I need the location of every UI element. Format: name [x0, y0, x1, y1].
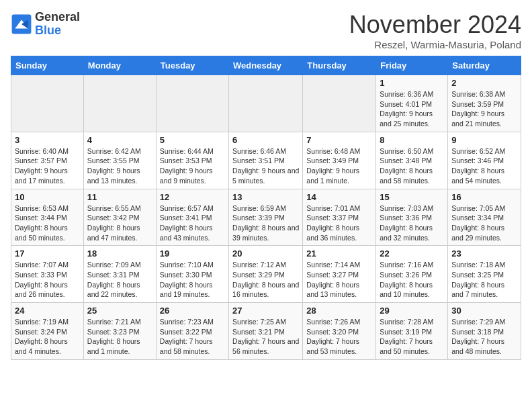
- calendar: SundayMondayTuesdayWednesdayThursdayFrid…: [11, 56, 521, 360]
- calendar-cell: 30Sunrise: 7:29 AMSunset: 3:18 PMDayligh…: [448, 303, 521, 360]
- calendar-cell: 29Sunrise: 7:28 AMSunset: 3:19 PMDayligh…: [376, 303, 448, 360]
- calendar-cell: 15Sunrise: 7:03 AMSunset: 3:36 PMDayligh…: [376, 189, 448, 246]
- logo-icon: [11, 13, 32, 35]
- calendar-cell: 9Sunrise: 6:52 AMSunset: 3:46 PMDaylight…: [448, 132, 521, 189]
- day-number: 19: [160, 248, 225, 259]
- day-info: Sunrise: 7:07 AMSunset: 3:33 PMDaylight:…: [15, 260, 80, 300]
- day-number: 13: [232, 192, 299, 202]
- calendar-cell: [11, 75, 84, 132]
- calendar-cell: 7Sunrise: 6:48 AMSunset: 3:49 PMDaylight…: [303, 132, 376, 189]
- day-info: Sunrise: 6:52 AMSunset: 3:46 PMDaylight:…: [451, 146, 517, 186]
- day-number: 18: [87, 248, 152, 259]
- day-number: 11: [87, 192, 152, 202]
- calendar-cell: 3Sunrise: 6:40 AMSunset: 3:57 PMDaylight…: [11, 132, 84, 189]
- calendar-cell: 22Sunrise: 7:16 AMSunset: 3:26 PMDayligh…: [376, 246, 448, 303]
- day-number: 14: [306, 192, 372, 202]
- calendar-cell: 21Sunrise: 7:14 AMSunset: 3:27 PMDayligh…: [303, 246, 376, 303]
- calendar-cell: [156, 75, 228, 132]
- calendar-cell: 14Sunrise: 7:01 AMSunset: 3:37 PMDayligh…: [303, 189, 376, 246]
- weekday-header-friday: Friday: [376, 56, 448, 75]
- day-number: 16: [451, 192, 517, 202]
- calendar-cell: 5Sunrise: 6:44 AMSunset: 3:53 PMDaylight…: [156, 132, 228, 189]
- day-number: 3: [15, 135, 80, 145]
- weekday-header-tuesday: Tuesday: [156, 56, 228, 75]
- day-number: 29: [380, 306, 444, 316]
- day-number: 8: [380, 135, 444, 145]
- day-number: 6: [232, 135, 299, 145]
- day-info: Sunrise: 6:55 AMSunset: 3:42 PMDaylight:…: [87, 203, 152, 243]
- calendar-cell: 8Sunrise: 6:50 AMSunset: 3:48 PMDaylight…: [376, 132, 448, 189]
- day-info: Sunrise: 6:40 AMSunset: 3:57 PMDaylight:…: [15, 146, 80, 186]
- day-number: 10: [15, 192, 80, 202]
- day-number: 22: [380, 248, 444, 259]
- day-number: 24: [15, 306, 80, 316]
- day-info: Sunrise: 6:46 AMSunset: 3:51 PMDaylight:…: [232, 146, 299, 186]
- day-info: Sunrise: 7:19 AMSunset: 3:24 PMDaylight:…: [15, 317, 80, 357]
- day-info: Sunrise: 7:16 AMSunset: 3:26 PMDaylight:…: [380, 260, 444, 300]
- calendar-cell: 17Sunrise: 7:07 AMSunset: 3:33 PMDayligh…: [11, 246, 84, 303]
- day-number: 26: [160, 306, 225, 316]
- calendar-cell: [303, 75, 376, 132]
- day-info: Sunrise: 6:50 AMSunset: 3:48 PMDaylight:…: [380, 146, 444, 186]
- calendar-cell: 25Sunrise: 7:21 AMSunset: 3:23 PMDayligh…: [83, 303, 156, 360]
- day-info: Sunrise: 6:57 AMSunset: 3:41 PMDaylight:…: [160, 203, 225, 243]
- day-info: Sunrise: 7:18 AMSunset: 3:25 PMDaylight:…: [451, 260, 517, 300]
- calendar-cell: 20Sunrise: 7:12 AMSunset: 3:29 PMDayligh…: [229, 246, 303, 303]
- day-info: Sunrise: 6:48 AMSunset: 3:49 PMDaylight:…: [306, 146, 372, 186]
- logo-text: General Blue: [35, 11, 80, 38]
- calendar-cell: 19Sunrise: 7:10 AMSunset: 3:30 PMDayligh…: [156, 246, 228, 303]
- day-info: Sunrise: 7:21 AMSunset: 3:23 PMDaylight:…: [87, 317, 152, 357]
- day-info: Sunrise: 7:14 AMSunset: 3:27 PMDaylight:…: [306, 260, 372, 300]
- day-info: Sunrise: 7:12 AMSunset: 3:29 PMDaylight:…: [232, 260, 299, 300]
- day-info: Sunrise: 7:26 AMSunset: 3:20 PMDaylight:…: [306, 317, 372, 357]
- calendar-cell: 16Sunrise: 7:05 AMSunset: 3:34 PMDayligh…: [448, 189, 521, 246]
- calendar-cell: 23Sunrise: 7:18 AMSunset: 3:25 PMDayligh…: [448, 246, 521, 303]
- day-info: Sunrise: 6:42 AMSunset: 3:55 PMDaylight:…: [87, 146, 152, 186]
- day-number: 21: [306, 248, 372, 259]
- day-number: 15: [380, 192, 444, 202]
- logo: General Blue: [11, 11, 80, 38]
- day-info: Sunrise: 6:44 AMSunset: 3:53 PMDaylight:…: [160, 146, 225, 186]
- day-info: Sunrise: 7:28 AMSunset: 3:19 PMDaylight:…: [380, 317, 444, 357]
- day-number: 30: [451, 306, 517, 316]
- day-info: Sunrise: 7:10 AMSunset: 3:30 PMDaylight:…: [160, 260, 225, 300]
- day-number: 20: [232, 248, 299, 259]
- calendar-cell: 4Sunrise: 6:42 AMSunset: 3:55 PMDaylight…: [83, 132, 156, 189]
- day-number: 5: [160, 135, 225, 145]
- subtitle: Reszel, Warmia-Masuria, Poland: [349, 39, 521, 50]
- day-info: Sunrise: 6:38 AMSunset: 3:59 PMDaylight:…: [451, 89, 517, 129]
- calendar-cell: 11Sunrise: 6:55 AMSunset: 3:42 PMDayligh…: [83, 189, 156, 246]
- weekday-header-saturday: Saturday: [448, 56, 521, 75]
- day-number: 9: [451, 135, 517, 145]
- calendar-cell: 27Sunrise: 7:25 AMSunset: 3:21 PMDayligh…: [229, 303, 303, 360]
- calendar-cell: 6Sunrise: 6:46 AMSunset: 3:51 PMDaylight…: [229, 132, 303, 189]
- day-number: 23: [451, 248, 517, 259]
- weekday-header-wednesday: Wednesday: [229, 56, 303, 75]
- calendar-cell: 26Sunrise: 7:23 AMSunset: 3:22 PMDayligh…: [156, 303, 228, 360]
- day-number: 4: [87, 135, 152, 145]
- day-info: Sunrise: 7:03 AMSunset: 3:36 PMDaylight:…: [380, 203, 444, 243]
- day-info: Sunrise: 6:36 AMSunset: 4:01 PMDaylight:…: [380, 89, 444, 129]
- calendar-cell: 18Sunrise: 7:09 AMSunset: 3:31 PMDayligh…: [83, 246, 156, 303]
- weekday-header-thursday: Thursday: [303, 56, 376, 75]
- day-info: Sunrise: 7:25 AMSunset: 3:21 PMDaylight:…: [232, 317, 299, 357]
- weekday-header-monday: Monday: [83, 56, 156, 75]
- calendar-cell: [229, 75, 303, 132]
- calendar-cell: [83, 75, 156, 132]
- day-number: 25: [87, 306, 152, 316]
- calendar-cell: 1Sunrise: 6:36 AMSunset: 4:01 PMDaylight…: [376, 75, 448, 132]
- calendar-cell: 12Sunrise: 6:57 AMSunset: 3:41 PMDayligh…: [156, 189, 228, 246]
- day-info: Sunrise: 7:29 AMSunset: 3:18 PMDaylight:…: [451, 317, 517, 357]
- day-info: Sunrise: 7:09 AMSunset: 3:31 PMDaylight:…: [87, 260, 152, 300]
- day-info: Sunrise: 7:05 AMSunset: 3:34 PMDaylight:…: [451, 203, 517, 243]
- weekday-header-sunday: Sunday: [11, 56, 84, 75]
- day-info: Sunrise: 7:01 AMSunset: 3:37 PMDaylight:…: [306, 203, 372, 243]
- day-info: Sunrise: 6:59 AMSunset: 3:39 PMDaylight:…: [232, 203, 299, 243]
- day-number: 27: [232, 306, 299, 316]
- day-number: 17: [15, 248, 80, 259]
- day-number: 1: [380, 78, 444, 88]
- title-area: November 2024 Reszel, Warmia-Masuria, Po…: [349, 11, 521, 50]
- calendar-cell: 10Sunrise: 6:53 AMSunset: 3:44 PMDayligh…: [11, 189, 84, 246]
- day-number: 28: [306, 306, 372, 316]
- day-number: 7: [306, 135, 372, 145]
